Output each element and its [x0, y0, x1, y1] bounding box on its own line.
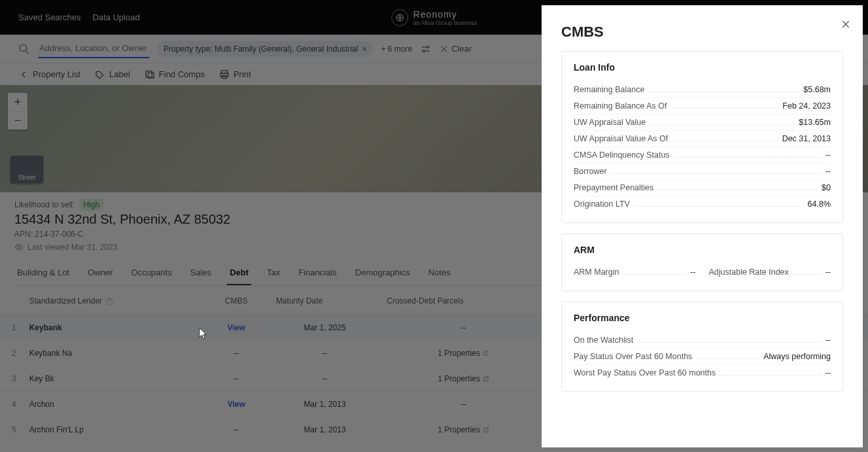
- loan-info-row: CMSA Delinquency Status--: [574, 147, 831, 163]
- loan-info-row: Prepayment Penalties$0: [574, 179, 831, 196]
- loan-info-heading: Loan Info: [574, 62, 831, 73]
- adjustable-rate-row: Adjustable Rate Index--: [709, 264, 831, 280]
- loan-info-card: Loan Info Remaining Balance$5.68mRemaini…: [561, 51, 843, 223]
- arm-margin-row: ARM Margin--: [574, 264, 696, 280]
- loan-info-row: Borrower--: [574, 163, 831, 179]
- cmbs-panel: CMBS Loan Info Remaining Balance$5.68mRe…: [542, 5, 863, 447]
- performance-row: Pay Status Over Past 60 MonthsAlways per…: [574, 348, 831, 364]
- loan-info-row: Remaining Balance$5.68m: [574, 82, 831, 97]
- close-button[interactable]: [841, 17, 851, 31]
- loan-info-row: Remaining Balance As OfFeb 24, 2023: [574, 97, 831, 114]
- loan-info-row: UW Appraisal Value$13.65m: [574, 114, 831, 130]
- loan-info-row: UW Appraisal Value As OfDec 31, 2013: [574, 130, 831, 147]
- performance-row: Worst Pay Status Over Past 60 months--: [574, 364, 831, 381]
- performance-card: Performance On the Watchlist--Pay Status…: [561, 302, 843, 392]
- loan-info-row: Origination LTV64.8%: [574, 196, 831, 212]
- arm-card: ARM ARM Margin-- Adjustable Rate Index--: [561, 234, 843, 291]
- performance-row: On the Watchlist--: [574, 332, 831, 348]
- arm-heading: ARM: [574, 245, 831, 255]
- panel-title: CMBS: [561, 24, 843, 41]
- close-icon: [841, 19, 851, 29]
- performance-heading: Performance: [574, 313, 831, 323]
